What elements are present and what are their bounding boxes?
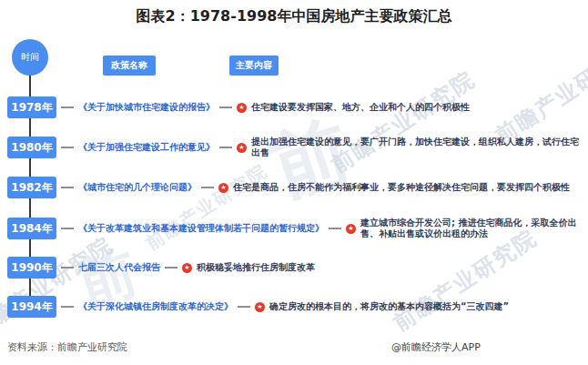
connector-dash: [329, 228, 341, 229]
connector-dash: [61, 106, 74, 108]
timeline-row-1994: 1994年 《关于深化城镇住房制度改革的决定》 ★ 确定房改的根本目的，将房改的…: [7, 292, 581, 321]
source-note: 资料来源：前瞻产业研究院: [7, 340, 127, 354]
timeline-row-1978: 1978年 《关于加快城市住宅建设的报告》 ★ 住宅建设要发挥国家、地方、企业和…: [7, 93, 581, 122]
connector-dash: [61, 306, 74, 308]
connector-dash: [219, 106, 232, 108]
policy-content: 确定房改的根本目的，将房改的基本内容概括为“三改四建”: [269, 301, 581, 312]
star-glyph: ★: [220, 184, 226, 191]
connector-dash: [61, 228, 74, 229]
chart-title: 图表2：1978-1998年中国房地产主要政策汇总: [0, 7, 588, 26]
timeline-row-1984: 1984年 《关于改革建筑业和基本建设管理体制若干问题的暂行规定》 ★ 建立城市…: [7, 214, 581, 243]
connector-dash: [61, 267, 74, 269]
time-legend-circle: 时间: [12, 39, 48, 76]
connector-dash: [201, 187, 214, 188]
star-glyph: ★: [238, 144, 244, 151]
watermark-text: 前瞻产业研究院: [0, 230, 118, 345]
policy-name: 七届三次人代会报告: [78, 261, 160, 274]
policy-content: 住宅是商品，住房不能作为福利事业，要多种途径解决住宅问题，要发挥四个积极性: [233, 182, 581, 193]
policy-name-header: 政策名称: [103, 56, 156, 76]
connector-dash: [238, 306, 250, 308]
main-content-header: 主要内容: [229, 56, 279, 76]
connector-dash: [61, 187, 74, 188]
year-badge: 1994年: [7, 296, 56, 318]
policy-name: 《关于改革建筑业和基本建设管理体制若干问题的暂行规定》: [78, 222, 324, 235]
policy-content: 住宅建设要发挥国家、地方、企业和个人的四个积极性: [251, 102, 581, 113]
year-badge: 1984年: [7, 218, 56, 239]
red-star-marker-icon: ★: [237, 143, 247, 153]
policy-name: 《关于深化城镇住房制度改革的决定》: [78, 300, 233, 313]
timeline-row-1980: 1980年 《关于加强住宅建设工作的意见》 ★ 提出加强住宅建设的意见，要广开门…: [7, 133, 581, 162]
timeline-row-1990: 1990年 七届三次人代会报告 ★ 积极稳妥地推行住房制度改革: [7, 253, 581, 282]
timeline-row-1982: 1982年 《城市住宅的几个理论问题》 ★ 住宅是商品，住房不能作为福利事业，要…: [7, 173, 581, 202]
star-glyph: ★: [257, 303, 262, 310]
policy-name: 《关于加强住宅建设工作的意见》: [78, 141, 215, 154]
connector-dash: [61, 147, 74, 148]
watermark-text: 前瞻产业研究院: [326, 65, 481, 179]
policy-content: 提出加强住宅建设的意见，要广开门路，加快住宅建设，组织私人建房，试行住宅出售: [251, 137, 581, 158]
red-star-marker-icon: ★: [182, 263, 192, 273]
connector-dash: [165, 267, 177, 269]
time-legend-label: 时间: [21, 51, 39, 64]
star-glyph: ★: [348, 225, 353, 232]
red-star-marker-icon: ★: [255, 302, 265, 312]
policy-content: 积极稳妥地推行住房制度改革: [197, 262, 581, 273]
connector-dash: [219, 147, 232, 148]
red-star-marker-icon: ★: [237, 103, 247, 113]
year-badge: 1978年: [7, 96, 56, 118]
red-star-marker-icon: ★: [346, 224, 356, 234]
policy-name: 《关于加快城市住宅建设的报告》: [78, 101, 215, 114]
year-badge: 1990年: [7, 257, 56, 279]
star-glyph: ★: [184, 264, 189, 271]
star-glyph: ★: [238, 104, 244, 111]
red-star-marker-icon: ★: [218, 183, 228, 193]
policy-content: 建立城市综合开发公司; 推进住宅商品化，采取全价出售、补贴出售或议价出租的办法: [360, 218, 581, 239]
infographic-canvas: 前瞻产业研究院 前瞻产业研究院 前瞻产业研究院 前瞻产业研究院 前瞻产业研究院 …: [0, 0, 588, 365]
credit-note: @前瞻经济学人APP: [391, 340, 481, 354]
year-badge: 1982年: [7, 177, 56, 198]
year-badge: 1980年: [7, 137, 56, 158]
policy-name: 《城市住宅的几个理论问题》: [78, 181, 197, 194]
